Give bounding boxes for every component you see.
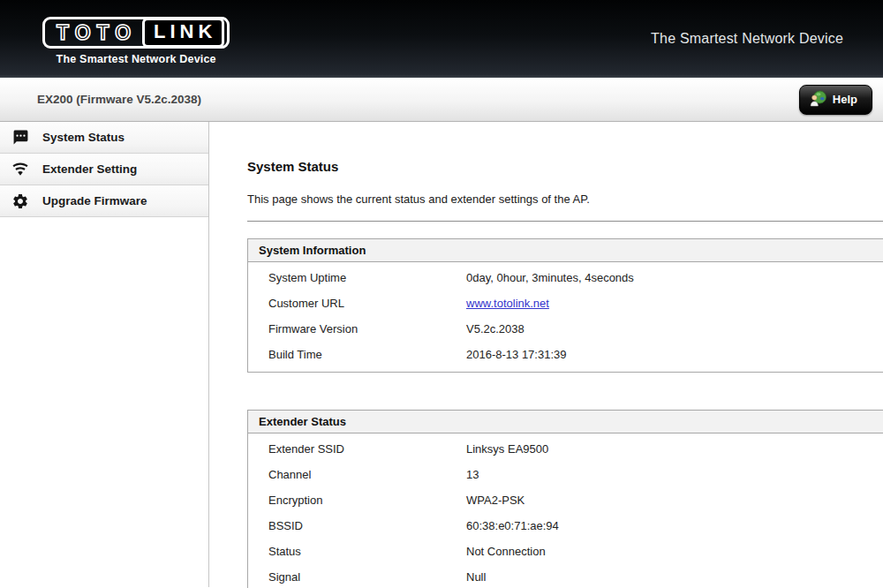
logo-box: TOTO LINK xyxy=(42,17,230,49)
totolink-logo: TOTO LINK The Smartest Network Device xyxy=(42,17,230,65)
help-globe-person-icon xyxy=(809,90,826,109)
table-row: Channel 13 xyxy=(248,462,883,487)
table-row: Extender SSID Linksys EA9500 xyxy=(248,436,883,462)
extender-status-title: Extender Status xyxy=(248,411,883,433)
page-title: System Status xyxy=(247,159,883,174)
row-label: Encryption xyxy=(248,494,466,507)
table-row: Customer URL www.totolink.net xyxy=(248,290,883,316)
row-label: BSSID xyxy=(248,519,466,532)
channel-value: 13 xyxy=(466,468,479,481)
row-label: Signal xyxy=(248,570,466,584)
extender-status-body: Extender SSID Linksys EA9500 Channel 13 … xyxy=(248,433,883,588)
sidebar-item-extender-setting[interactable]: Extender Setting xyxy=(0,154,208,185)
router-admin-page: TOTO LINK The Smartest Network Device Th… xyxy=(0,0,883,588)
row-label: Firmware Version xyxy=(248,322,466,335)
page-description: This page shows the current status and e… xyxy=(247,192,883,206)
wifi-icon xyxy=(11,161,29,177)
firmware-version-value: V5.2c.2038 xyxy=(466,322,525,335)
section-divider xyxy=(247,221,883,222)
system-information-title: System Information xyxy=(248,239,883,262)
extender-status-panel: Extender Status Extender SSID Linksys EA… xyxy=(247,410,883,588)
gear-icon xyxy=(11,192,29,210)
device-firmware-title: EX200 (Firmware V5.2c.2038) xyxy=(37,93,201,106)
chat-icon xyxy=(11,129,29,146)
table-row: Encryption WPA2-PSK xyxy=(248,487,883,513)
row-label: System Uptime xyxy=(248,271,466,284)
table-row: Firmware Version V5.2c.2038 xyxy=(248,316,883,342)
sidebar-item-label: System Status xyxy=(42,131,125,144)
main-panel: System Status This page shows the curren… xyxy=(209,122,883,587)
sidebar-item-label: Extender Setting xyxy=(42,162,137,176)
sidebar-nav: System Status Extender Setting Upgrade F… xyxy=(0,122,209,587)
row-label: Customer URL xyxy=(248,297,466,310)
system-information-body: System Uptime 0day, 0hour, 3minutes, 4se… xyxy=(248,262,883,372)
row-label: Build Time xyxy=(248,348,466,361)
system-uptime-value: 0day, 0hour, 3minutes, 4seconds xyxy=(466,271,634,284)
logo-tagline: The Smartest Network Device xyxy=(42,53,230,65)
extender-ssid-value: Linksys EA9500 xyxy=(466,442,548,456)
logo-text-toto: TOTO xyxy=(48,23,142,43)
bssid-value: 60:38:e0:71:ae:94 xyxy=(466,519,559,532)
table-row: Status Not Connection xyxy=(248,539,883,564)
connection-status-value: Not Connection xyxy=(466,545,546,558)
system-information-panel: System Information System Uptime 0day, 0… xyxy=(247,238,883,373)
table-row: Build Time 2016-8-13 17:31:39 xyxy=(248,342,883,367)
row-label: Extender SSID xyxy=(248,442,466,456)
table-row: Signal Null xyxy=(248,564,883,588)
brand-header: TOTO LINK The Smartest Network Device Th… xyxy=(0,0,883,78)
header-tagline: The Smartest Network Device xyxy=(651,31,843,47)
build-time-value: 2016-8-13 17:31:39 xyxy=(466,348,566,361)
toolbar: EX200 (Firmware V5.2c.2038) Help xyxy=(0,78,883,122)
sidebar-item-upgrade-firmware[interactable]: Upgrade Firmware xyxy=(0,185,208,217)
encryption-value: WPA2-PSK xyxy=(466,494,525,507)
help-button[interactable]: Help xyxy=(799,85,872,115)
sidebar-item-label: Upgrade Firmware xyxy=(42,194,147,207)
table-row: BSSID 60:38:e0:71:ae:94 xyxy=(248,513,883,539)
table-row: System Uptime 0day, 0hour, 3minutes, 4se… xyxy=(248,265,883,290)
customer-url-link[interactable]: www.totolink.net xyxy=(466,297,549,310)
sidebar-item-system-status[interactable]: System Status xyxy=(0,122,208,154)
help-button-label: Help xyxy=(833,93,857,106)
content-area: System Status Extender Setting Upgrade F… xyxy=(0,122,883,587)
logo-text-link: LINK xyxy=(142,18,224,47)
row-label: Channel xyxy=(248,468,466,481)
row-label: Status xyxy=(248,545,466,558)
signal-value: Null xyxy=(466,570,486,584)
